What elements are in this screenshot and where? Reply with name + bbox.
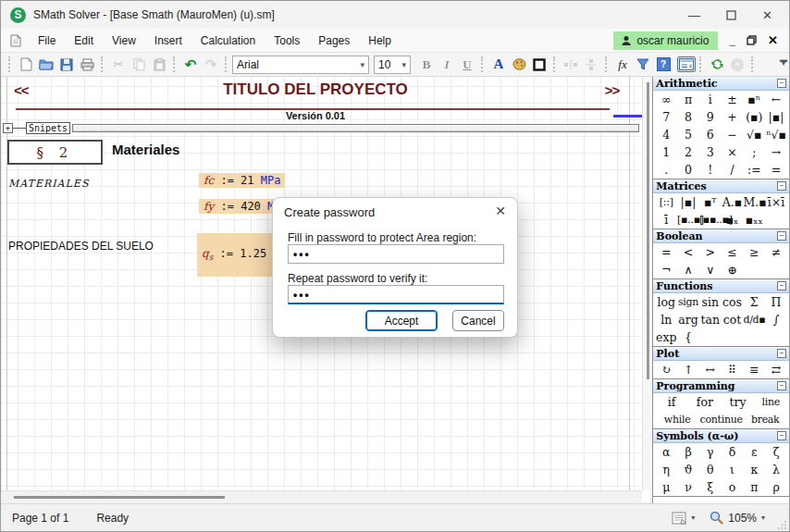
palette-button[interactable]: ▪ₓ bbox=[722, 213, 744, 227]
palette-button[interactable]: 5 bbox=[677, 128, 699, 142]
palette-button[interactable]: δ bbox=[722, 445, 744, 459]
accept-button[interactable]: Accept bbox=[365, 310, 438, 331]
filter-icon[interactable] bbox=[633, 55, 653, 75]
collapse-icon[interactable]: − bbox=[777, 381, 786, 390]
palette-button[interactable]: 0 bbox=[677, 163, 699, 177]
palette-button[interactable]: if bbox=[655, 395, 688, 409]
snipets-label[interactable]: Snipets bbox=[26, 122, 70, 134]
palette-button[interactable]: 8 bbox=[677, 110, 699, 124]
palette-button[interactable]: / bbox=[722, 163, 744, 177]
function-icon[interactable]: fx bbox=[612, 55, 633, 75]
palette-button[interactable]: tan bbox=[699, 313, 722, 327]
border-icon[interactable] bbox=[529, 55, 549, 75]
palette-button[interactable]: λ bbox=[765, 463, 787, 476]
palette-button[interactable]: ≡ bbox=[743, 363, 765, 377]
mdi-close-button[interactable]: ✕ bbox=[768, 33, 778, 47]
redo-icon[interactable]: ↷ bbox=[201, 55, 221, 75]
palette-button[interactable]: ↑ bbox=[677, 363, 699, 377]
document-icon[interactable] bbox=[10, 34, 21, 47]
palette-button[interactable]: η bbox=[655, 463, 677, 476]
palette-button[interactable]: { bbox=[677, 330, 699, 344]
palette-button[interactable]: cos bbox=[722, 295, 744, 309]
section-number-box[interactable]: § 2 bbox=[7, 140, 103, 165]
palette-button[interactable]: ∫ bbox=[765, 313, 787, 327]
palette-button[interactable]: M.▪ bbox=[743, 195, 765, 209]
palette-button[interactable]: ε bbox=[743, 445, 765, 459]
font-family-select[interactable]: Arial ▾ bbox=[232, 56, 369, 74]
palette-button[interactable]: κ bbox=[743, 463, 765, 476]
project-title[interactable]: TITULO DEL PROYECTO bbox=[1, 80, 630, 99]
recalculate-icon[interactable] bbox=[707, 55, 727, 75]
copy-icon[interactable] bbox=[129, 55, 149, 75]
palette-button[interactable]: 1 bbox=[655, 145, 677, 159]
palette-button[interactable]: √▪ bbox=[743, 128, 765, 142]
palette-button[interactable]: i bbox=[699, 93, 722, 106]
mdi-restore-button[interactable] bbox=[747, 35, 757, 45]
palette-button[interactable]: ∨ bbox=[699, 263, 722, 277]
palette-button[interactable]: ∞ bbox=[655, 93, 677, 106]
nav-next-page[interactable]: >> bbox=[605, 82, 620, 98]
horizontal-spacing-icon[interactable] bbox=[561, 55, 581, 75]
menu-view[interactable]: View bbox=[103, 31, 145, 50]
paste-icon[interactable] bbox=[149, 55, 169, 75]
password-input[interactable]: ••• bbox=[288, 244, 504, 264]
collapse-icon[interactable]: − bbox=[777, 349, 786, 358]
version-label[interactable]: Versión 0.01 bbox=[1, 110, 630, 121]
chevron-down-icon[interactable]: ▾ bbox=[691, 513, 695, 522]
palette-button[interactable]: := bbox=[743, 163, 765, 177]
palette-button[interactable]: [▪▪..▪] bbox=[699, 214, 722, 226]
formula-fy[interactable]: fy := 420 M bbox=[199, 199, 278, 214]
palette-button[interactable]: ⁿ√▪ bbox=[765, 128, 787, 142]
palette-button[interactable]: 3 bbox=[699, 145, 722, 159]
expand-icon[interactable]: + bbox=[3, 123, 13, 133]
window-minimize-button[interactable]: — bbox=[688, 9, 700, 21]
palette-button[interactable]: log bbox=[655, 295, 677, 309]
palette-button[interactable]: ▪ᵀ bbox=[699, 195, 722, 209]
palette-button[interactable]: for bbox=[688, 395, 722, 409]
palette-button[interactable]: ⠿ bbox=[722, 363, 744, 377]
collapse-icon[interactable]: − bbox=[777, 231, 786, 241]
print-icon[interactable] bbox=[77, 55, 97, 75]
italic-button[interactable]: I bbox=[437, 55, 457, 75]
chevron-down-icon[interactable]: ▾ bbox=[761, 513, 765, 522]
cut-icon[interactable]: ✂ bbox=[108, 55, 129, 75]
palette-button[interactable]: d/d▪ bbox=[743, 314, 765, 326]
dialog-close-icon[interactable]: ✕ bbox=[495, 204, 506, 218]
palette-button[interactable]: ↻ bbox=[655, 363, 677, 377]
palette-button[interactable]: while bbox=[655, 414, 699, 426]
palette-button[interactable]: Σ bbox=[743, 295, 765, 309]
vertical-scrollbar[interactable] bbox=[642, 77, 652, 490]
palette-button[interactable]: β bbox=[677, 445, 699, 459]
font-color-icon[interactable]: A bbox=[488, 55, 509, 75]
palette-button[interactable]: Π bbox=[765, 295, 787, 309]
palette-button[interactable]: ; bbox=[743, 145, 765, 159]
resize-grip[interactable] bbox=[778, 520, 787, 529]
repeat-password-input[interactable]: ••• bbox=[288, 285, 504, 304]
palette-button[interactable]: ≤ bbox=[722, 245, 744, 259]
palette-button[interactable]: ν bbox=[677, 480, 699, 494]
formula-fc[interactable]: fc := 21 MPa bbox=[199, 173, 285, 188]
palette-button[interactable]: ln bbox=[655, 313, 677, 327]
palette-button[interactable]: exp bbox=[655, 330, 677, 344]
palette-button[interactable]: ⊕ bbox=[722, 263, 744, 277]
palette-button[interactable]: ρ bbox=[765, 480, 787, 494]
palette-button[interactable]: = bbox=[655, 245, 677, 259]
palette-button[interactable]: × bbox=[722, 145, 744, 159]
palette-button[interactable]: π bbox=[743, 480, 765, 494]
stop-icon[interactable]: ✕ bbox=[727, 55, 747, 75]
collapse-icon[interactable]: − bbox=[777, 281, 786, 291]
palette-button[interactable]: . bbox=[655, 163, 677, 177]
collapse-icon[interactable]: − bbox=[777, 431, 786, 440]
palette-button[interactable]: ▪ₓₓ bbox=[743, 213, 765, 227]
palette-button[interactable]: ← bbox=[765, 93, 787, 106]
section-title[interactable]: Materiales bbox=[112, 142, 179, 157]
menu-calculation[interactable]: Calculation bbox=[191, 31, 265, 50]
horizontal-scrollbar-thumb[interactable] bbox=[14, 496, 225, 499]
zoom-level[interactable]: 105% bbox=[728, 512, 757, 525]
vertical-scrollbar-thumb[interactable] bbox=[647, 82, 649, 379]
soil-properties-text[interactable]: PROPIEDADES DEL SUELO bbox=[8, 240, 154, 253]
palette-button[interactable]: ≥ bbox=[743, 245, 765, 259]
palette-button[interactable]: ≠ bbox=[765, 245, 787, 259]
palette-button[interactable]: → bbox=[765, 145, 787, 159]
palette-button[interactable]: A.▪ bbox=[722, 195, 744, 209]
